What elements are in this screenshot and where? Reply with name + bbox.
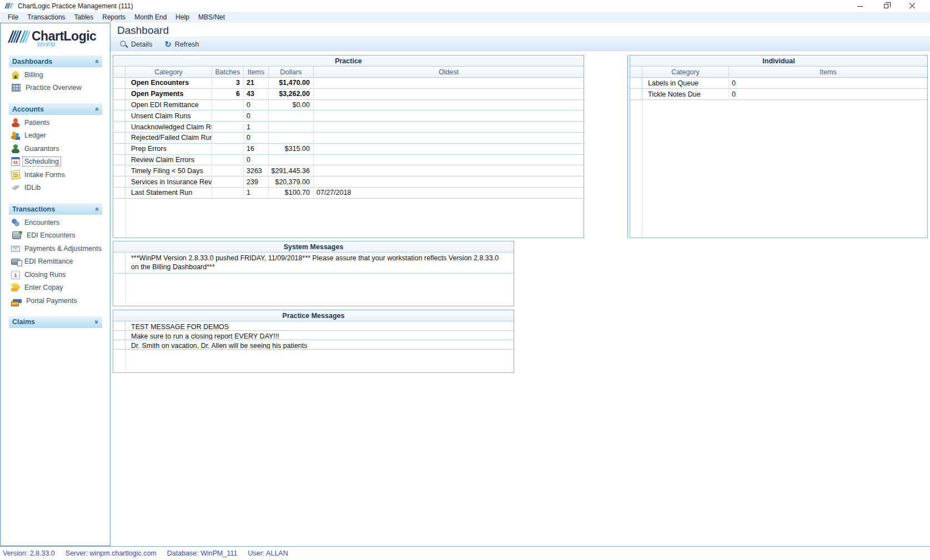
cell-category[interactable]: Unsent Claim Runs — [125, 110, 212, 122]
cell-oldest[interactable] — [314, 100, 584, 111]
column-header-items[interactable]: Items — [729, 67, 927, 78]
sidebar-item-scheduling[interactable]: Scheduling — [1, 155, 110, 169]
menu-item-file[interactable]: File — [3, 13, 23, 22]
cell-oldest[interactable]: 07/27/2018 — [314, 188, 584, 199]
cell-dollars[interactable]: $3,262.00 — [269, 89, 314, 100]
column-header-oldest[interactable]: Oldest — [314, 67, 584, 78]
details-button[interactable]: Details — [116, 39, 155, 49]
cell-category[interactable]: Open EDI Remittance — [125, 100, 212, 111]
cell-items[interactable]: 239 — [244, 176, 269, 188]
message-row[interactable]: TEST MESSAGE FOR DEMOS — [113, 321, 514, 331]
sidebar-item-edi-remittance[interactable]: EDI Remittance — [1, 255, 110, 269]
menu-item-reports[interactable]: Reports — [98, 13, 130, 22]
cell-batches[interactable] — [212, 188, 244, 199]
cell-category[interactable]: Timely Filing < 50 Days — [125, 165, 212, 176]
sidebar-item-encounters[interactable]: Encounters — [1, 216, 110, 229]
sidebar-section-dashboards[interactable]: Dashboards — [9, 56, 102, 67]
cell-dollars[interactable]: $0.00 — [269, 100, 314, 111]
cell-items[interactable]: 16 — [244, 144, 269, 155]
sidebar-item-idlib[interactable]: IDLib — [1, 181, 110, 195]
cell-items[interactable]: 21 — [244, 78, 269, 89]
cell-batches[interactable]: 6 — [212, 89, 244, 100]
cell-oldest[interactable] — [314, 144, 584, 155]
cell-dollars[interactable] — [269, 155, 314, 166]
cell-dollars[interactable] — [269, 122, 314, 133]
cell-items[interactable]: 1 — [244, 122, 269, 133]
cell-oldest[interactable] — [314, 155, 584, 166]
cell-oldest[interactable] — [314, 78, 584, 89]
cell-dollars[interactable]: $100.70 — [269, 188, 314, 199]
cell-dollars[interactable] — [269, 133, 314, 144]
cell-category[interactable]: Rejected/Failed Claim Runs — [125, 133, 212, 144]
cell-items[interactable]: 0 — [244, 155, 269, 166]
cell-category[interactable]: Services in Insurance Review — [125, 176, 212, 188]
cell-oldest[interactable] — [314, 110, 584, 122]
cell-items[interactable]: 0 — [729, 89, 927, 100]
panel-splitter[interactable] — [627, 55, 628, 238]
cell-oldest[interactable] — [314, 89, 584, 100]
cell-category[interactable]: Open Encounters — [125, 78, 212, 89]
cell-items[interactable]: 43 — [244, 89, 269, 100]
sidebar-item-guarantors[interactable]: Guarantors — [1, 142, 110, 155]
cell-category[interactable]: Unacknowledged Claim Runs — [125, 122, 212, 133]
menu-item-transactions[interactable]: Transactions — [23, 13, 69, 22]
menu-item-month-end[interactable]: Month End — [130, 13, 171, 22]
cell-dollars[interactable]: $20,379.00 — [269, 176, 314, 188]
cell-batches[interactable] — [212, 100, 244, 111]
sidebar-item-patients[interactable]: Patients — [1, 116, 110, 129]
close-button[interactable] — [904, 0, 921, 12]
restore-button[interactable] — [878, 0, 894, 12]
cell-items[interactable]: 3263 — [244, 165, 269, 176]
menu-item-mbs-net[interactable]: MBS/Net — [194, 13, 229, 22]
cell-items[interactable]: 0 — [244, 110, 269, 122]
message-row[interactable]: Dr. Smith on vacation, Dr. Allen will be… — [113, 340, 514, 350]
cell-category[interactable]: Last Statement Run — [125, 188, 212, 199]
cell-batches[interactable] — [212, 144, 244, 155]
sidebar-item-enter-copay[interactable]: Enter Copay — [1, 281, 110, 295]
menu-item-help[interactable]: Help — [171, 13, 194, 22]
cell-batches[interactable] — [212, 176, 244, 188]
cell-category[interactable]: Tickle Notes Due — [642, 89, 729, 100]
cell-batches[interactable] — [212, 155, 244, 166]
cell-batches[interactable] — [212, 165, 244, 176]
sidebar-section-transactions[interactable]: Transactions — [9, 203, 102, 215]
cell-oldest[interactable] — [314, 133, 584, 144]
cell-oldest[interactable] — [314, 176, 584, 188]
cell-items[interactable]: 0 — [244, 133, 269, 144]
cell-items[interactable]: 0 — [729, 78, 927, 89]
sidebar-item-closing-runs[interactable]: Closing Runs — [1, 268, 110, 281]
cell-batches[interactable] — [212, 122, 244, 133]
sidebar-item-ledger[interactable]: Ledger — [1, 129, 110, 143]
cell-dollars[interactable] — [269, 110, 314, 122]
cell-dollars[interactable]: $1,470.00 — [269, 78, 314, 89]
cell-items[interactable]: 1 — [244, 188, 269, 199]
column-header-category[interactable]: Category — [642, 67, 729, 78]
minimize-button[interactable] — [852, 0, 868, 12]
sidebar-item-portal-payments[interactable]: Portal Payments — [1, 294, 110, 307]
cell-category[interactable]: Review Claim Errors — [125, 155, 212, 166]
sidebar-item-payments-adjustments[interactable]: Payments & Adjustments — [1, 242, 110, 255]
cell-items[interactable]: 0 — [244, 100, 269, 111]
column-header-category[interactable]: Category — [125, 67, 212, 78]
message-row[interactable]: ***WinPM Version 2.8.33.0 pushed FRIDAY,… — [113, 253, 514, 274]
cell-oldest[interactable] — [314, 165, 584, 176]
message-row[interactable]: Make sure to run a closing report EVERY … — [113, 331, 514, 340]
cell-category[interactable]: Labels in Queue — [642, 78, 729, 89]
cell-oldest[interactable] — [314, 122, 584, 133]
cell-dollars[interactable]: $315.00 — [269, 144, 314, 155]
cell-batches[interactable] — [212, 133, 244, 144]
sidebar-item-edi-encounters[interactable]: EDI Encounters — [1, 229, 110, 243]
cell-dollars[interactable]: $291,445.36 — [269, 165, 314, 176]
cell-batches[interactable]: 3 — [212, 78, 244, 89]
menu-item-tables[interactable]: Tables — [70, 13, 98, 22]
sidebar-section-claims[interactable]: Claims — [9, 316, 102, 328]
sidebar-item-billing[interactable]: Billing — [1, 68, 110, 82]
sidebar-item-practice-overview[interactable]: Practice Overview — [1, 82, 110, 95]
cell-batches[interactable] — [212, 110, 244, 122]
cell-category[interactable]: Open Payments — [125, 89, 212, 100]
column-header-items[interactable]: Items — [244, 67, 269, 78]
column-header-batches[interactable]: Batches — [212, 67, 244, 78]
sidebar-item-intake-forms[interactable]: Intake Forms — [1, 168, 110, 181]
refresh-button[interactable]: Refresh — [161, 39, 202, 49]
column-header-dollars[interactable]: Dollars — [269, 67, 314, 78]
